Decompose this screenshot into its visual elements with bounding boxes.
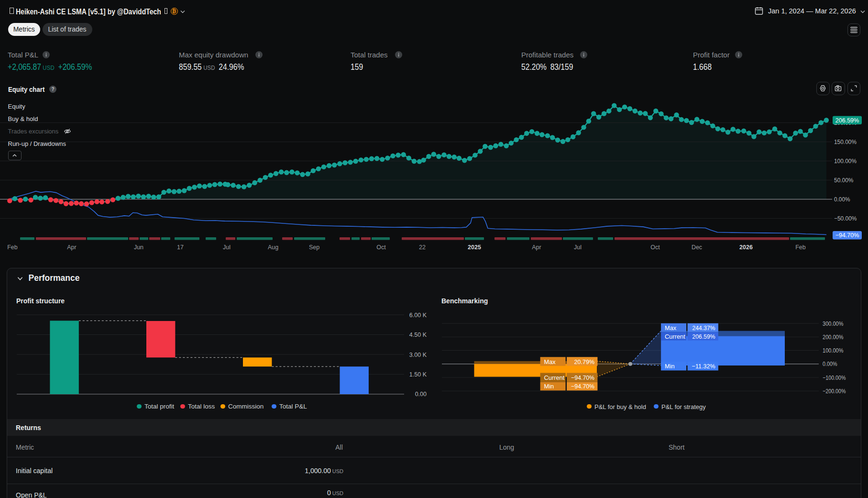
svg-text:22: 22: [419, 244, 426, 251]
svg-text:100.00%: 100.00%: [823, 347, 844, 354]
svg-text:Oct: Oct: [650, 244, 660, 251]
svg-text:244.37%: 244.37%: [692, 324, 715, 332]
svg-text:Feb: Feb: [7, 244, 18, 251]
svg-text:Aug: Aug: [268, 244, 278, 251]
svg-text:2026: 2026: [739, 244, 753, 251]
svg-text:50.00%: 50.00%: [834, 177, 854, 184]
svg-text:Oct: Oct: [376, 244, 386, 251]
svg-text:6.00 K: 6.00 K: [409, 312, 427, 319]
svg-text:Dec: Dec: [692, 244, 702, 251]
svg-text:Sep: Sep: [309, 244, 319, 251]
svg-text:17: 17: [177, 244, 184, 251]
svg-text:Jun: Jun: [134, 244, 143, 251]
svg-text:−94.70%: −94.70%: [571, 383, 594, 390]
svg-text:Max: Max: [665, 324, 677, 332]
svg-text:300.00%: 300.00%: [823, 321, 844, 327]
svg-text:Max: Max: [544, 358, 556, 365]
svg-text:?: ?: [51, 87, 54, 92]
svg-text:3.00 K: 3.00 K: [409, 352, 427, 358]
svg-text:206.59%: 206.59%: [692, 333, 715, 340]
svg-text:1.50 K: 1.50 K: [409, 371, 427, 378]
svg-text:Jul: Jul: [223, 244, 231, 251]
svg-text:2025: 2025: [468, 244, 481, 251]
svg-text:Feb: Feb: [795, 244, 806, 251]
svg-text:−94.70%: −94.70%: [835, 232, 859, 239]
svg-text:−50.00%: −50.00%: [834, 215, 857, 222]
svg-text:100.00%: 100.00%: [834, 158, 857, 165]
svg-text:−94.70%: −94.70%: [571, 374, 594, 381]
svg-text:206.59%: 206.59%: [835, 117, 859, 124]
svg-text:Current: Current: [544, 374, 565, 381]
svg-text:Min: Min: [665, 363, 675, 370]
svg-text:−200.00%: −200.00%: [823, 388, 846, 395]
svg-text:150.00%: 150.00%: [834, 139, 857, 145]
svg-text:−11.32%: −11.32%: [692, 363, 715, 370]
svg-text:0.00%: 0.00%: [834, 196, 850, 203]
svg-text:Apr: Apr: [532, 244, 541, 251]
svg-text:Apr: Apr: [67, 244, 76, 251]
svg-text:0.00: 0.00: [415, 391, 427, 398]
svg-text:4.50 K: 4.50 K: [409, 332, 427, 338]
svg-text:20.79%: 20.79%: [574, 358, 595, 365]
svg-text:200.00%: 200.00%: [823, 334, 844, 341]
svg-text:Min: Min: [544, 383, 554, 390]
svg-text:0.00%: 0.00%: [823, 361, 837, 367]
svg-text:−100.00%: −100.00%: [823, 375, 846, 381]
svg-text:Jul: Jul: [574, 244, 582, 251]
svg-text:Current: Current: [665, 333, 685, 340]
